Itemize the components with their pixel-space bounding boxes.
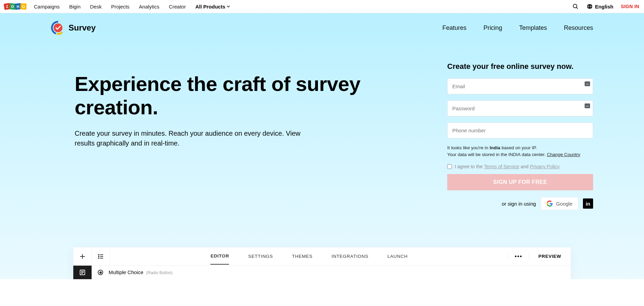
nav-campaigns[interactable]: Campaigns bbox=[34, 4, 60, 9]
signup-heading: Create your free online survey now. bbox=[447, 62, 593, 71]
linkedin-icon: in bbox=[586, 201, 590, 207]
editor-toolbar: EDITOR SETTINGS THEMES INTEGRATIONS LAUN… bbox=[73, 247, 571, 266]
phone-field[interactable] bbox=[452, 128, 588, 133]
survey-logo-icon bbox=[51, 21, 65, 35]
language-selector[interactable]: English bbox=[586, 3, 613, 10]
editor-preview: EDITOR SETTINGS THEMES INTEGRATIONS LAUN… bbox=[73, 247, 571, 279]
list-icon[interactable] bbox=[92, 247, 110, 265]
google-label: Google bbox=[556, 201, 572, 207]
language-label: English bbox=[595, 4, 613, 9]
tab-settings[interactable]: SETTINGS bbox=[248, 254, 273, 259]
tab-themes[interactable]: THEMES bbox=[292, 254, 312, 259]
subnav-templates[interactable]: Templates bbox=[519, 24, 547, 32]
privacy-link[interactable]: Privacy Policy bbox=[530, 164, 559, 169]
add-icon[interactable] bbox=[73, 247, 92, 265]
subnav-resources[interactable]: Resources bbox=[564, 24, 593, 32]
radio-icon bbox=[98, 270, 103, 275]
question-type-label: Multiple Choice bbox=[109, 269, 144, 275]
editor-tabs: EDITOR SETTINGS THEMES INTEGRATIONS LAUN… bbox=[110, 247, 508, 265]
question-subtype-label: (Radio Button) bbox=[146, 270, 172, 275]
hero-copy: Experience the craft of survey creation.… bbox=[51, 62, 434, 210]
linkedin-signin-button[interactable]: in bbox=[583, 198, 593, 209]
product-subnav-links: Features Pricing Templates Resources bbox=[442, 24, 593, 32]
product-subnav: Survey Features Pricing Templates Resour… bbox=[0, 13, 644, 35]
hero-main: Experience the craft of survey creation.… bbox=[0, 35, 644, 210]
hero-section: Survey Features Pricing Templates Resour… bbox=[0, 13, 644, 279]
tos-link[interactable]: Terms of Service bbox=[484, 164, 519, 169]
email-field-wrap bbox=[447, 78, 593, 94]
nav-bigin[interactable]: Bigin bbox=[69, 4, 80, 9]
question-card[interactable]: Multiple Choice (Radio Button) bbox=[92, 266, 571, 279]
topbar-right: English SIGN IN bbox=[572, 3, 639, 10]
nav-creator[interactable]: Creator bbox=[169, 4, 186, 9]
more-icon[interactable]: ••• bbox=[508, 253, 529, 260]
signup-button[interactable]: SIGN UP FOR FREE bbox=[447, 174, 593, 190]
product-name: Survey bbox=[69, 23, 96, 33]
preview-button[interactable]: PREVIEW bbox=[529, 254, 571, 259]
editor-rail-icon[interactable] bbox=[73, 266, 92, 279]
signin-link[interactable]: SIGN IN bbox=[621, 4, 639, 9]
social-signin-row: or sign in using Google in bbox=[447, 197, 593, 210]
nav-all-products[interactable]: All Products bbox=[195, 4, 230, 9]
password-manager-icon[interactable] bbox=[585, 81, 590, 86]
agree-checkbox[interactable] bbox=[447, 164, 452, 169]
datacenter-notice: It looks like you're in India based on y… bbox=[447, 145, 593, 158]
or-label: or sign in using bbox=[502, 201, 536, 207]
product-brand[interactable]: Survey bbox=[51, 21, 96, 35]
agree-row: I agree to the Terms of Service and Priv… bbox=[447, 164, 593, 169]
password-field[interactable] bbox=[452, 106, 588, 111]
top-product-links: Campaigns Bigin Desk Projects Analytics … bbox=[34, 4, 230, 9]
tab-integrations[interactable]: INTEGRATIONS bbox=[332, 254, 368, 259]
svg-point-10 bbox=[98, 254, 99, 255]
search-icon[interactable] bbox=[572, 3, 579, 10]
editor-body: Multiple Choice (Radio Button) bbox=[73, 266, 571, 279]
editor-preview-wrap: EDITOR SETTINGS THEMES INTEGRATIONS LAUN… bbox=[0, 210, 644, 279]
nav-analytics[interactable]: Analytics bbox=[139, 4, 159, 9]
password-field-wrap bbox=[447, 100, 593, 116]
editor-right: ••• PREVIEW bbox=[508, 247, 571, 265]
globe-icon bbox=[586, 3, 593, 10]
nav-all-products-label: All Products bbox=[195, 4, 225, 9]
hero-description: Create your survey in minutes. Reach you… bbox=[75, 129, 305, 148]
nav-projects[interactable]: Projects bbox=[111, 4, 129, 9]
svg-point-12 bbox=[98, 256, 99, 257]
google-signin-button[interactable]: Google bbox=[541, 197, 578, 210]
chevron-down-icon bbox=[227, 5, 230, 8]
subnav-pricing[interactable]: Pricing bbox=[484, 24, 502, 32]
tab-launch[interactable]: LAUNCH bbox=[387, 254, 408, 259]
subnav-features[interactable]: Features bbox=[442, 24, 467, 32]
agree-text: I agree to the Terms of Service and Priv… bbox=[455, 164, 561, 169]
svg-point-0 bbox=[573, 4, 577, 8]
google-icon bbox=[547, 200, 553, 207]
password-manager-icon[interactable] bbox=[585, 103, 590, 108]
editor-left-icons bbox=[73, 247, 110, 265]
zoho-logo[interactable]: ZOHO bbox=[5, 3, 26, 9]
signup-form: Create your free online survey now. It l… bbox=[447, 62, 593, 210]
editor-canvas: Multiple Choice (Radio Button) bbox=[92, 266, 571, 279]
change-country-link[interactable]: Change Country bbox=[547, 152, 580, 157]
global-topbar: ZOHO Campaigns Bigin Desk Projects Analy… bbox=[0, 0, 644, 13]
tab-editor[interactable]: EDITOR bbox=[210, 253, 229, 265]
nav-desk[interactable]: Desk bbox=[90, 4, 101, 9]
hero-title: Experience the craft of survey creation. bbox=[75, 72, 434, 119]
svg-point-14 bbox=[98, 258, 99, 259]
phone-field-wrap bbox=[447, 122, 593, 138]
email-field[interactable] bbox=[452, 83, 588, 89]
svg-line-1 bbox=[576, 7, 577, 9]
